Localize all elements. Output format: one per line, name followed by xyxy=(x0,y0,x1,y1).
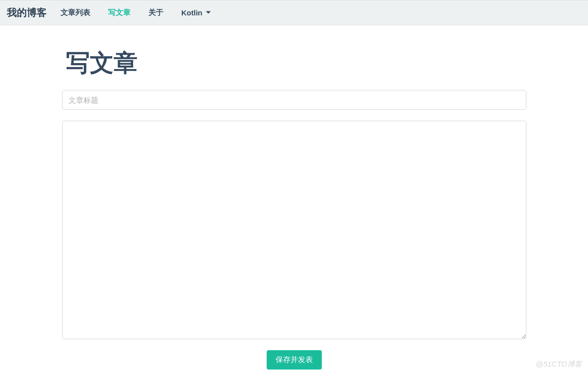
publish-button[interactable]: 保存并发表 xyxy=(267,350,322,370)
page-title: 写文章 xyxy=(66,47,526,79)
nav-item-write[interactable]: 写文章 xyxy=(108,8,131,17)
article-content-textarea[interactable] xyxy=(62,121,526,339)
brand-logo[interactable]: 我的博客 xyxy=(7,6,47,19)
nav-item-articles[interactable]: 文章列表 xyxy=(61,8,90,17)
watermark: @51CTO博客 xyxy=(536,360,582,369)
nav-item-about[interactable]: 关于 xyxy=(148,8,163,17)
navbar: 我的博客 文章列表 写文章 关于 Kotlin xyxy=(0,0,588,25)
article-title-input[interactable] xyxy=(62,90,526,110)
nav-item-kotlin[interactable]: Kotlin xyxy=(181,8,211,17)
nav-item-kotlin-label: Kotlin xyxy=(181,8,203,17)
button-row: 保存并发表 xyxy=(62,350,526,370)
chevron-down-icon xyxy=(206,11,211,14)
main-container: 写文章 保存并发表 xyxy=(62,25,526,370)
